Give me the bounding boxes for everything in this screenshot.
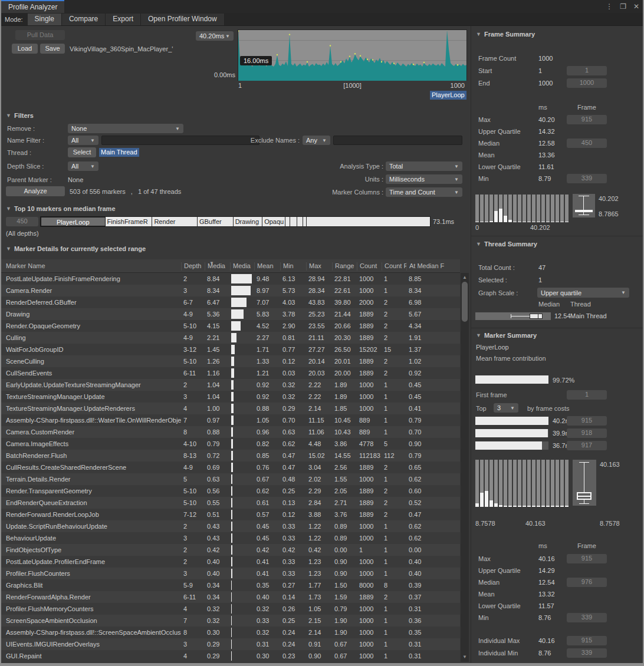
scrollbar-up-icon[interactable]: ▲ xyxy=(461,275,469,280)
load-button[interactable]: Load xyxy=(12,44,38,54)
table-scrollbar-thumb[interactable] xyxy=(462,282,468,322)
tab-profile-analyzer[interactable]: Profile Analyzer xyxy=(1,0,64,13)
frame-jump-button[interactable]: 1 xyxy=(567,66,607,75)
units-dropdown[interactable]: Milliseconds▼ xyxy=(386,174,462,184)
table-row[interactable]: BatchRenderer.Flush8-130.720.850.4715.02… xyxy=(1,450,460,461)
top10-section-header[interactable]: ▼Top 10 markers on median frame xyxy=(6,205,116,212)
table-row[interactable]: CullResults.CreateSharedRendererScene4-9… xyxy=(1,461,460,473)
table-row[interactable]: EarlyUpdate.UpdateTextureStreamingManage… xyxy=(1,379,460,391)
pull-data-button[interactable]: Pull Data xyxy=(15,30,65,40)
analyze-button[interactable]: Analyze xyxy=(6,186,65,196)
frame-jump-button[interactable]: 915 xyxy=(567,416,607,426)
top10-frame-button[interactable]: 450 xyxy=(6,217,38,226)
table-row[interactable]: RenderForward.RenderLoopJob7-120.510.570… xyxy=(1,509,460,520)
close-icon[interactable]: ✕ xyxy=(633,2,639,11)
table-row[interactable]: ScreenSpaceAmbientOcclusion70.320.330.25… xyxy=(1,615,460,627)
save-button[interactable]: Save xyxy=(40,44,65,54)
table-row[interactable]: CullSendEvents6-111.161.210.0320.0320.00… xyxy=(1,367,460,379)
table-row[interactable]: Render.TransparentGeometry5-100.560.620.… xyxy=(1,485,460,497)
column-header-at-median-f[interactable]: At Median F xyxy=(406,262,458,271)
table-row[interactable]: Render.OpaqueGeometry5-104.154.522.9023.… xyxy=(1,320,460,332)
table-row[interactable]: RenderForwardAlpha.Render6-110.340.400.1… xyxy=(1,591,460,603)
frame-jump-button[interactable]: 917 xyxy=(567,441,607,450)
frame-jump-button[interactable]: 915 xyxy=(567,636,607,645)
top10-segment-7[interactable] xyxy=(290,217,297,226)
graph-scale-dropdown[interactable]: Upper quartile▼ xyxy=(537,288,629,298)
mode-button-compare[interactable]: Compare xyxy=(62,14,106,25)
column-header-media[interactable]: Media xyxy=(205,262,230,271)
scrollbar-down-icon[interactable]: ▼ xyxy=(461,654,469,660)
frame-jump-button[interactable]: 339 xyxy=(567,648,607,658)
table-row[interactable]: PostLateUpdate.FinishFrameRendering28.84… xyxy=(1,273,460,285)
thread-select-button[interactable]: Select xyxy=(68,147,96,157)
frame-jump-button[interactable]: 915 xyxy=(567,115,607,124)
table-row[interactable]: Terrain.Details.Render50.630.670.482.021… xyxy=(1,473,460,485)
frame-jump-button[interactable]: 918 xyxy=(567,428,607,438)
marker-details-section-header[interactable]: ▼Marker Details for currently selected r… xyxy=(6,245,146,252)
depth-slice-dropdown[interactable]: All▼ xyxy=(68,161,98,171)
column-header-media[interactable]: Media xyxy=(230,262,254,271)
frame-summary-header[interactable]: ▼Frame Summary xyxy=(476,31,535,38)
timeline-scale-dropdown[interactable]: 40.20ms▼ xyxy=(196,31,234,41)
table-row[interactable]: Camera.CustomRender80.880.960.6311.0610.… xyxy=(1,426,460,438)
top10-segment-FinishFrameR[interactable]: FinishFrameR xyxy=(106,217,153,226)
frame-jump-button[interactable]: 450 xyxy=(567,139,607,148)
frame-jump-button[interactable]: 915 xyxy=(567,554,607,563)
frame-jump-button[interactable]: 339 xyxy=(567,174,607,183)
table-row[interactable]: Assembly-CSharp-firstpass.dll!::ScreenSp… xyxy=(1,627,460,638)
table-row[interactable]: EndRenderQueueExtraction5-100.550.610.13… xyxy=(1,497,460,509)
column-header-mean[interactable]: Mean xyxy=(254,262,280,271)
column-header-count-fra[interactable]: Count Fra xyxy=(382,262,406,271)
kebab-menu-icon[interactable]: ⋮ xyxy=(606,2,613,11)
table-row[interactable]: Camera.ImageEffects4-100.790.820.624.483… xyxy=(1,438,460,450)
table-row[interactable]: Camera.Render38.348.975.7328.3422.611000… xyxy=(1,285,460,296)
table-row[interactable]: Profiler.FlushMemoryCounters40.320.320.2… xyxy=(1,603,460,615)
table-row[interactable]: Update.ScriptRunBehaviourUpdate20.430.45… xyxy=(1,520,460,532)
first-frame-button[interactable]: 1 xyxy=(567,390,607,400)
frame-jump-button[interactable]: 1000 xyxy=(567,78,607,88)
table-row[interactable]: Graphics.Blit5-90.340.350.271.771.508000… xyxy=(1,579,460,591)
top10-segment-GBuffer[interactable]: GBuffer xyxy=(198,217,234,226)
maximize-icon[interactable]: ❐ xyxy=(620,2,626,11)
table-scrollbar[interactable] xyxy=(461,273,469,662)
filters-section-header[interactable]: ▼Filters xyxy=(6,112,34,119)
top10-segment-Opaqu[interactable]: Opaqu xyxy=(262,217,285,226)
thread-summary-header[interactable]: ▼Thread Summary xyxy=(476,240,537,248)
exclude-mode-dropdown[interactable]: Any▼ xyxy=(303,136,330,145)
table-row[interactable]: PostLateUpdate.ProfilerEndFrame20.400.41… xyxy=(1,556,460,568)
mode-button-export[interactable]: Export xyxy=(106,14,141,25)
top10-segment-9[interactable] xyxy=(303,217,307,226)
top10-segment-PlayerLoop[interactable]: PlayerLoop xyxy=(41,217,106,226)
table-row[interactable]: WaitForJobGroupID3-121.451.710.7727.2726… xyxy=(1,344,460,355)
remove-dropdown[interactable]: None▼ xyxy=(68,124,183,133)
frame-jump-button[interactable]: 976 xyxy=(567,578,607,587)
mode-button-open-profiler-window[interactable]: Open Profiler Window xyxy=(141,14,225,25)
thread-row[interactable]: 12.54Main Thread xyxy=(471,311,644,323)
top10-segment-8[interactable] xyxy=(297,217,303,226)
top10-segment-Render[interactable]: Render xyxy=(152,217,198,226)
table-row[interactable]: Profiler.FlushCounters30.400.410.331.230… xyxy=(1,568,460,579)
marker-columns-dropdown[interactable]: Time and Count▼ xyxy=(386,187,462,197)
top10-segment-6[interactable] xyxy=(285,217,290,226)
frame-timeline-chart[interactable]: 16.00ms xyxy=(238,29,467,81)
mode-button-single[interactable]: Single xyxy=(28,14,62,25)
column-header-depth[interactable]: Depth xyxy=(181,262,205,271)
column-header-min[interactable]: Min xyxy=(280,262,306,271)
frame-jump-button[interactable]: 339 xyxy=(567,613,607,622)
table-row[interactable]: FindObjectsOfType20.420.420.420.420.0011… xyxy=(1,544,460,556)
table-row[interactable]: GUI.Repaint40.290.300.230.900.67100010.3… xyxy=(1,650,460,662)
table-row[interactable]: SceneCulling5-101.261.330.1220.1420.0118… xyxy=(1,355,460,367)
column-header-max[interactable]: Max xyxy=(306,262,332,271)
column-header-range[interactable]: Range xyxy=(332,262,357,271)
table-row[interactable]: Drawing4-95.365.833.7825.2321.44188925.6… xyxy=(1,308,460,320)
table-row[interactable]: RenderDeferred.GBuffer6-76.477.074.0343.… xyxy=(1,296,460,308)
table-row[interactable]: Culling4-92.212.270.8121.1120.30188921.9… xyxy=(1,332,460,344)
column-header-marker-name[interactable]: Marker Name xyxy=(1,262,181,271)
table-row[interactable]: BehaviourUpdate30.430.450.331.220.891000… xyxy=(1,532,460,544)
analysis-type-dropdown[interactable]: Total▼ xyxy=(386,161,462,171)
marker-summary-header[interactable]: ▼Marker Summary xyxy=(476,332,537,339)
name-filter-mode-dropdown[interactable]: All▼ xyxy=(68,136,98,145)
table-row[interactable]: UIEvents.IMGUIRenderOverlays30.290.310.2… xyxy=(1,638,460,650)
column-header-count[interactable]: Count xyxy=(357,262,382,271)
table-row[interactable]: TextureStreamingManager.Update31.040.920… xyxy=(1,391,460,403)
